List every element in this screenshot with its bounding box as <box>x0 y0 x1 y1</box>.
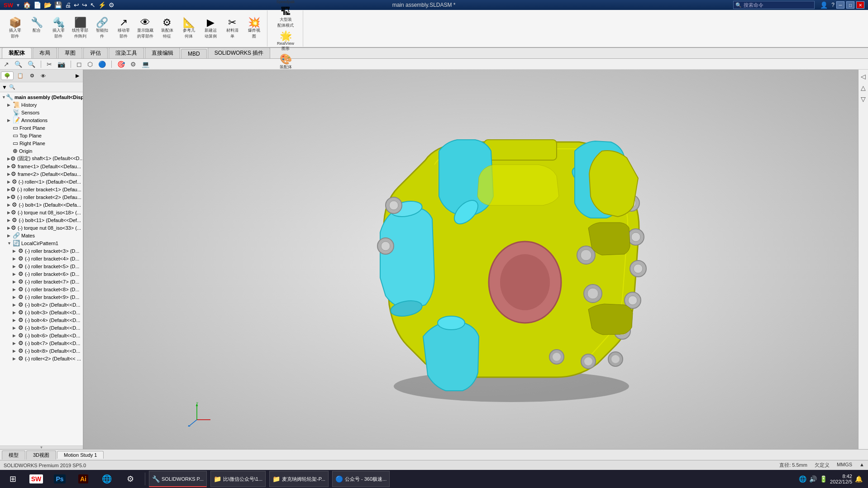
tree-frame2[interactable]: ▶ ⚙ frame<2> (Default<<Defau... <box>0 170 83 178</box>
user-icon[interactable]: 👤 <box>820 1 828 9</box>
tab-evaluate[interactable]: 评估 <box>83 47 108 58</box>
tree-mates[interactable]: ▶ 🔗 Mates <box>0 232 83 239</box>
tab-layout[interactable]: 布局 <box>33 47 57 58</box>
bom-button[interactable]: ✂ 材料清单 <box>222 17 243 40</box>
expand-sidebar[interactable]: ▶ <box>73 72 82 80</box>
undo-icon[interactable]: ↩ <box>74 1 79 9</box>
taskbar-settings-icon[interactable]: ⚙ <box>119 471 141 487</box>
zoom-to-fit-icon[interactable]: 🔍 <box>13 60 24 69</box>
tree-local-cir-pattern[interactable]: ▼ 🔄 LocalCirPattern1 <box>0 239 83 247</box>
ref-geometry-button[interactable]: 📐 参考几何体 <box>178 17 199 40</box>
property-tab[interactable]: 📋 <box>14 72 26 80</box>
feature-manager-tab[interactable]: 🌳 <box>1 71 14 80</box>
tree-top-plane[interactable]: ▭ Top Plane <box>0 132 83 139</box>
tree-right-plane[interactable]: ▭ Right Plane <box>0 139 83 147</box>
smart-mate-button[interactable]: 🔗 智能扣件 <box>91 17 112 40</box>
tree-annotations[interactable]: ▶ 📝 Annotations <box>0 116 83 124</box>
insert-part-button[interactable]: 📦 插入零部件 <box>5 17 25 40</box>
tree-bolt3[interactable]: ▶ ⚙ (-) bolt<3> (Default<<D... <box>0 308 83 316</box>
tree-bolt11[interactable]: ▶ ⚙ (-) bolt<11> (Default<<Def... <box>0 216 83 224</box>
rebuild-icon[interactable]: ⚡ <box>98 1 106 9</box>
tab-direct-edit[interactable]: 直接编辑 <box>145 47 180 58</box>
camera-icon[interactable]: 📷 <box>56 60 67 69</box>
taskbar-browser-icon[interactable]: 🌐 <box>96 471 118 487</box>
tree-rb8[interactable]: ▶ ⚙ (-) roller bracket<8> (D... <box>0 285 83 293</box>
smart-fastener-button[interactable]: 🔩 插入零部件 <box>48 17 69 40</box>
move-part-button[interactable]: ↗ 移动零部件 <box>113 17 134 40</box>
help-button[interactable]: ? <box>831 2 835 8</box>
tab-assembly[interactable]: 装配体 <box>2 47 32 58</box>
tree-roller-bracket1[interactable]: ▶ ⚙ (-) roller bracket<1> (Defau... <box>0 185 83 193</box>
tree-roller1[interactable]: ▶ ⚙ (-) roller<1> (Default<<Def... <box>0 178 83 185</box>
shaded-icon[interactable]: ⬡ <box>86 60 95 69</box>
config-tab[interactable]: ⚙ <box>27 72 37 80</box>
tree-roller2[interactable]: ▶ ⚙ (-) roller<2> (Default<< ... <box>0 355 83 362</box>
tree-rb6[interactable]: ▶ ⚙ (-) roller bracket<6> (D... <box>0 270 83 278</box>
close-button[interactable]: ✕ <box>856 1 864 9</box>
appearances-icon[interactable]: 💻 <box>140 60 151 69</box>
volume-icon[interactable]: 🔊 <box>809 475 817 483</box>
tab-model[interactable]: 模型 <box>2 450 25 460</box>
tree-bolt1[interactable]: ▶ ⚙ (-) bolt<1> (Default<<Defa... <box>0 201 83 208</box>
tab-mbd[interactable]: MBD <box>181 49 207 58</box>
network-icon[interactable]: 🌐 <box>799 475 806 483</box>
start-button[interactable]: ⊞ <box>2 471 24 487</box>
speedpak-button[interactable]: ⚡ Speedpak <box>273 0 298 5</box>
tree-root[interactable]: ▼ 🔧 main assembly (Default<Displa... <box>0 93 83 101</box>
display-tab[interactable]: 👁 <box>38 72 48 80</box>
explode-button[interactable]: 💥 爆炸视图 <box>243 17 264 40</box>
view-orient-icon[interactable]: 🎯 <box>115 60 127 69</box>
tab-plugins[interactable]: SOLIDWORKS 插件 <box>208 47 271 58</box>
tree-origin[interactable]: ⊕ Origin <box>0 147 83 155</box>
display-settings-icon[interactable]: ⚙ <box>129 60 138 69</box>
tree-bolt4[interactable]: ▶ ⚙ (-) bolt<4> (Default<<D... <box>0 316 83 324</box>
save-icon[interactable]: 💾 <box>54 1 62 9</box>
tree-torque-nut18[interactable]: ▶ ⚙ (-) torque nut 08_iso<18> (... <box>0 208 83 216</box>
tree-bolt6[interactable]: ▶ ⚙ (-) bolt<6> (Default<<D... <box>0 332 83 339</box>
tree-torque-nut33[interactable]: ▶ ⚙ (-) torque nut 08_iso<33> (... <box>0 224 83 232</box>
battery-icon[interactable]: 🔋 <box>820 475 827 483</box>
open-icon[interactable]: 📂 <box>44 1 52 9</box>
right-panel-btn-3[interactable]: ▽ <box>859 94 867 104</box>
right-panel-btn-1[interactable]: ◁ <box>859 71 867 81</box>
wireframe-icon[interactable]: ◻ <box>75 60 84 69</box>
tree-roller-bracket2[interactable]: ▶ ⚙ (-) roller bracket<2> (Defau... <box>0 193 83 201</box>
tree-rb7[interactable]: ▶ ⚙ (-) roller bracket<7> (D... <box>0 278 83 285</box>
tree-bolt5[interactable]: ▶ ⚙ (-) bolt<5> (Default<<D... <box>0 324 83 332</box>
taskbar-sw-icon[interactable]: SW <box>25 471 47 487</box>
linear-pattern-button[interactable]: ⬛ 线性零部件阵列 <box>70 17 91 40</box>
tree-rb4[interactable]: ▶ ⚙ (-) roller bracket<4> (D... <box>0 255 83 262</box>
taskbar-explorer2-app[interactable]: 📁 麦克纳姆轮轮架-P... <box>269 471 329 487</box>
tab-3d-view[interactable]: 3D视图 <box>26 450 56 460</box>
large-assembly-button[interactable]: 🏗 大型装配体模式 <box>273 6 298 29</box>
tree-bolt2[interactable]: ▶ ⚙ (-) bolt<2> (Default<<D... <box>0 301 83 308</box>
taskbar-ai-icon[interactable]: Ai <box>72 471 94 487</box>
new-icon[interactable]: 📄 <box>33 1 41 9</box>
tree-shaft[interactable]: ▶ ⚙ (固定) shaft<1> (Default<<D... <box>0 155 83 162</box>
minimize-button[interactable]: ─ <box>836 1 844 9</box>
home-icon[interactable]: 🏠 <box>23 1 31 9</box>
tree-rb3[interactable]: ▶ ⚙ (-) roller bracket<3> (D... <box>0 247 83 255</box>
units-arrow[interactable]: ▲ <box>859 462 864 469</box>
3d-viewport[interactable]: X Y Z ◁ △ ▽ <box>84 70 868 449</box>
tab-motion-study[interactable]: Motion Study 1 <box>57 451 104 459</box>
clock[interactable]: 8:42 2022/12/5 <box>830 474 852 484</box>
command-search[interactable]: 🔍 搜索命令 <box>733 1 815 9</box>
title-menu-arrow[interactable]: ▼ <box>16 3 20 8</box>
tab-render[interactable]: 渲染工具 <box>109 47 144 58</box>
show-hide-button[interactable]: 👁 显示隐藏的零部件 <box>135 17 156 40</box>
tree-bolt7[interactable]: ▶ ⚙ (-) bolt<7> (Default<<D... <box>0 339 83 347</box>
hidden-lines-icon[interactable]: 🔵 <box>96 60 108 69</box>
section-view-icon[interactable]: ✂ <box>45 60 54 69</box>
tree-rb9[interactable]: ▶ ⚙ (-) roller bracket<9> (D... <box>0 293 83 301</box>
redo-icon[interactable]: ↪ <box>82 1 87 9</box>
realview-button[interactable]: 🌟 RealView图形 <box>273 30 298 52</box>
rotate-view-icon[interactable]: ↗ <box>2 60 11 69</box>
assembly-feature-button[interactable]: ⚙ 装配体特征 <box>157 17 177 40</box>
right-panel-btn-2[interactable]: △ <box>859 83 867 93</box>
cursor-icon[interactable]: ↖ <box>90 1 95 9</box>
tab-sketch[interactable]: 草图 <box>58 47 82 58</box>
zoom-in-icon[interactable]: 🔍 <box>26 60 37 69</box>
tree-rb5[interactable]: ▶ ⚙ (-) roller bracket<5> (D... <box>0 262 83 270</box>
mate-button[interactable]: 🔧 配合 <box>26 17 47 40</box>
